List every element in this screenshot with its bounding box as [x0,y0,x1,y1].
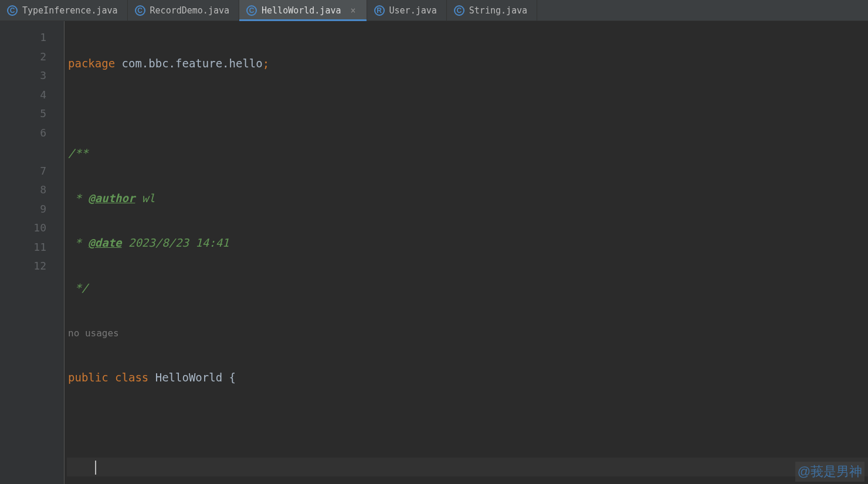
keyword-class: class [115,371,155,384]
indent [68,461,95,473]
line-number[interactable] [6,142,64,162]
line-number[interactable]: 1 [6,28,64,47]
javadoc-date-tag: @date [88,236,121,249]
line-number[interactable]: 9 [6,200,64,219]
code-line [67,99,868,118]
editor-tab[interactable]: CTypeInference.java [0,0,128,21]
code-line: package com.bbc.feature.hello; [67,54,868,73]
line-number[interactable]: 10 [6,219,64,238]
line-number[interactable]: 12 [6,257,64,276]
close-icon[interactable]: × [350,5,357,16]
usage-hint[interactable]: no usages [68,328,119,339]
javadoc-author-val: wl [135,192,155,204]
tab-label: RecordDemo.java [150,5,229,16]
text-caret [95,461,96,475]
editor-left-strip [0,21,6,484]
line-number[interactable]: 4 [6,86,64,105]
line-number[interactable]: 5 [6,104,64,124]
line-number[interactable]: 3 [6,66,64,86]
code-area[interactable]: package com.bbc.feature.hello; /** * @au… [65,21,868,484]
keyword-public: public [68,371,115,384]
code-editor[interactable]: 123456789101112 package com.bbc.feature.… [0,21,868,484]
tab-label: String.java [469,5,527,16]
editor-tab[interactable]: RUser.java [367,0,447,21]
code-line: * @author wl [67,189,868,208]
code-line [67,413,868,432]
javadoc-author-tag: @author [88,192,135,204]
tab-label: HelloWorld.java [262,5,341,16]
code-line: no usages [67,323,868,342]
java-class-icon: C [135,5,145,16]
editor-tab[interactable]: CRecordDemo.java [128,0,239,21]
javadoc-star: * [68,236,88,249]
line-number[interactable]: 6 [6,124,64,143]
java-class-icon: C [246,5,257,16]
code-line: /** [67,144,868,163]
javadoc-star: * [68,192,88,204]
editor-tabbar: CTypeInference.javaCRecordDemo.javaCHell… [0,0,868,21]
record-class-icon: R [374,5,385,16]
javadoc-date-val: 2023/8/23 14:41 [122,236,229,249]
tab-label: TypeInference.java [22,5,118,16]
semicolon: ; [263,57,269,70]
javadoc-close: */ [68,281,88,294]
java-class-icon: C [454,5,464,16]
open-brace: { [229,371,236,384]
editor-tab[interactable]: CString.java [447,0,537,21]
keyword-package: package [68,57,115,70]
line-number[interactable]: 2 [6,47,64,67]
java-class-icon: C [7,5,18,16]
line-number[interactable]: 11 [6,238,64,257]
editor-tab[interactable]: CHelloWorld.java× [239,0,367,21]
package-name: com.bbc.feature.hello [115,57,263,70]
tab-label: User.java [389,5,437,16]
code-line: * @date 2023/8/23 14:41 [67,233,868,253]
code-line: */ [67,278,868,298]
line-number[interactable]: 8 [6,180,64,200]
line-number-gutter: 123456789101112 [6,21,65,484]
javadoc-open: /** [68,146,88,159]
code-line: public class HelloWorld { [67,368,868,387]
code-line-current [67,458,868,477]
line-number[interactable]: 7 [6,162,64,181]
class-name: HelloWorld [155,371,229,384]
